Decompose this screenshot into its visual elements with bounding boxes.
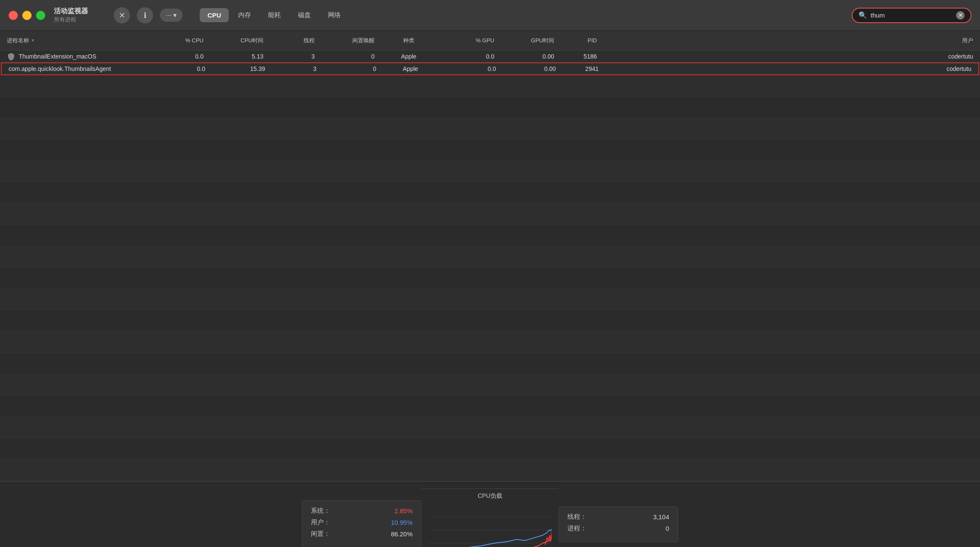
idle-label: 闲置： bbox=[311, 530, 330, 538]
cell-cputime-1: 15.39 bbox=[205, 65, 265, 72]
table-row[interactable]: com.apple.quicklook.ThumbnailsAgent 0.0 … bbox=[1, 62, 979, 75]
cell-pid-1: 2941 bbox=[556, 65, 599, 72]
thread-value: 3,104 bbox=[653, 513, 669, 521]
user-value: 10.95% bbox=[391, 519, 413, 526]
thread-label: 线程： bbox=[567, 513, 587, 521]
tab-network[interactable]: 网络 bbox=[320, 8, 348, 23]
app-subtitle: 所有进程 bbox=[54, 16, 88, 24]
tab-bar: CPU 内存 能耗 磁盘 网络 bbox=[200, 8, 348, 23]
col-header-thread[interactable]: 线程 bbox=[263, 37, 315, 44]
col-header-pid[interactable]: PID bbox=[554, 37, 597, 44]
traffic-lights bbox=[9, 11, 45, 20]
col-header-cputime[interactable]: CPU时间 bbox=[204, 37, 263, 44]
chart-area bbox=[428, 503, 552, 547]
idle-value: 86.20% bbox=[391, 530, 413, 538]
cpu-chart-svg bbox=[428, 503, 552, 547]
table-header: 进程名称 ▾ % CPU CPU时间 线程 闲置唤醒 种类 % GPU GPU时… bbox=[0, 31, 980, 50]
content-area: ThumbnailExtension_macOS 0.0 5.13 3 0 Ap… bbox=[0, 50, 980, 481]
user-label: 用户： bbox=[311, 518, 330, 526]
close-icon: ✕ bbox=[119, 11, 125, 20]
fullscreen-button[interactable] bbox=[36, 11, 45, 20]
search-box: 🔍 ✕ bbox=[852, 8, 971, 23]
titlebar: 活动监视器 所有进程 ✕ ℹ ··· ▾ CPU 内存 能耗 磁盘 网络 🔍 ✕ bbox=[0, 0, 980, 31]
bottom-bar: 系统： 2.85% 用户： 10.95% 闲置： 86.20% CPU负载 bbox=[0, 481, 980, 547]
cell-gpu-0: 0.0 bbox=[443, 53, 494, 60]
info-icon: ℹ bbox=[144, 11, 147, 20]
cell-pid-0: 5186 bbox=[554, 53, 597, 60]
col-header-kind[interactable]: 种类 bbox=[375, 37, 443, 44]
col-header-user[interactable]: 用户 bbox=[597, 37, 973, 44]
cpu-stat-panel: 系统： 2.85% 用户： 10.95% 闲置： 86.20% bbox=[302, 500, 422, 547]
system-label: 系统： bbox=[311, 507, 330, 515]
process-value: 0 bbox=[666, 525, 669, 532]
system-stat-row: 系统： 2.85% bbox=[311, 507, 413, 515]
cell-thread-0: 3 bbox=[263, 53, 315, 60]
more-icon: ··· bbox=[166, 12, 171, 19]
system-value: 2.85% bbox=[394, 507, 413, 515]
tab-energy[interactable]: 能耗 bbox=[260, 8, 289, 23]
sort-icon: ▾ bbox=[32, 38, 34, 43]
col-header-name[interactable]: 进程名称 ▾ bbox=[7, 37, 152, 44]
search-input[interactable] bbox=[871, 12, 953, 19]
cell-cputime-0: 5.13 bbox=[204, 53, 263, 60]
col-header-gputime[interactable]: GPU时间 bbox=[494, 37, 554, 44]
idle-stat-row: 闲置： 86.20% bbox=[311, 530, 413, 538]
close-button[interactable] bbox=[9, 11, 18, 20]
user-stat-row: 用户： 10.95% bbox=[311, 518, 413, 526]
cpu-chart-panel: CPU负载 bbox=[422, 488, 558, 547]
dropdown-icon: ▾ bbox=[173, 11, 177, 19]
cell-user-0: codertutu bbox=[597, 53, 973, 60]
col-header-gpu[interactable]: % GPU bbox=[443, 37, 494, 44]
cell-cpu-1: 0.0 bbox=[154, 65, 205, 72]
search-icon: 🔍 bbox=[859, 11, 867, 19]
cell-gpu-1: 0.0 bbox=[445, 65, 496, 72]
tab-memory[interactable]: 内存 bbox=[230, 8, 259, 23]
app-info: 活动监视器 所有进程 bbox=[54, 7, 88, 24]
cell-idle-0: 0 bbox=[315, 53, 375, 60]
cell-gputime-1: 0.00 bbox=[496, 65, 556, 72]
chart-title: CPU负载 bbox=[478, 492, 502, 500]
col-header-idle[interactable]: 闲置唤醒 bbox=[315, 37, 375, 44]
minimize-button[interactable] bbox=[22, 11, 32, 20]
cell-user-1: codertutu bbox=[599, 65, 971, 72]
thread-stat-row: 线程： 3,104 bbox=[567, 513, 669, 521]
empty-rows bbox=[0, 75, 980, 481]
cell-thread-1: 3 bbox=[265, 65, 316, 72]
process-label: 进程： bbox=[567, 524, 587, 532]
cell-gputime-0: 0.00 bbox=[494, 53, 554, 60]
cell-cpu-0: 0.0 bbox=[152, 53, 204, 60]
app-title: 活动监视器 bbox=[54, 7, 88, 16]
search-area: 🔍 ✕ bbox=[852, 8, 971, 23]
cell-kind-0: Apple bbox=[375, 53, 443, 60]
search-clear-button[interactable]: ✕ bbox=[956, 11, 965, 20]
more-button[interactable]: ··· ▾ bbox=[160, 9, 183, 22]
cell-idle-1: 0 bbox=[316, 65, 376, 72]
cell-name-1: com.apple.quicklook.ThumbnailsAgent bbox=[9, 65, 154, 72]
cell-name-0: ThumbnailExtension_macOS bbox=[7, 52, 152, 61]
right-stat-panel: 线程： 3,104 进程： 0 bbox=[558, 506, 678, 542]
info-button[interactable]: ℹ bbox=[137, 7, 153, 24]
tab-disk[interactable]: 磁盘 bbox=[290, 8, 319, 23]
toolbar-actions: ✕ ℹ ··· ▾ bbox=[114, 7, 183, 24]
cell-kind-1: Apple bbox=[376, 65, 445, 72]
table-row[interactable]: ThumbnailExtension_macOS 0.0 5.13 3 0 Ap… bbox=[0, 50, 980, 62]
col-header-cpu[interactable]: % CPU bbox=[152, 37, 204, 44]
process-stat-row: 进程： 0 bbox=[567, 524, 669, 532]
shield-icon bbox=[7, 52, 15, 61]
close-process-button[interactable]: ✕ bbox=[114, 7, 130, 24]
tab-cpu[interactable]: CPU bbox=[200, 8, 229, 22]
